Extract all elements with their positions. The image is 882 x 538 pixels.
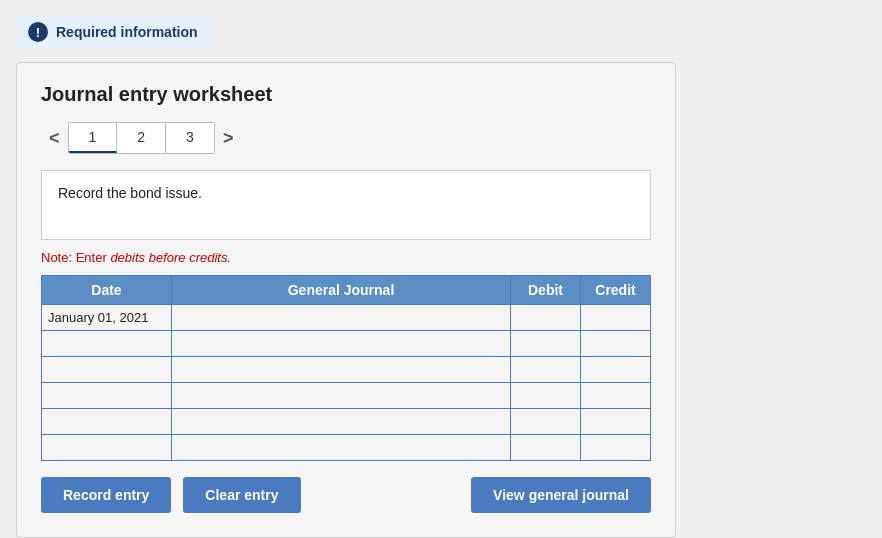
debit-cell-6[interactable] [511, 435, 581, 461]
gj-input-5[interactable] [172, 409, 510, 434]
gj-cell-5[interactable] [172, 409, 511, 435]
date-cell-2 [42, 331, 172, 357]
debit-cell-3[interactable] [511, 357, 581, 383]
journal-table: Date General Journal Debit Credit Januar… [41, 275, 651, 461]
required-info-banner: ! Required information [16, 16, 210, 48]
debit-input-6[interactable] [511, 435, 580, 460]
gj-cell-4[interactable] [172, 383, 511, 409]
date-cell-5 [42, 409, 172, 435]
debit-input-3[interactable] [511, 357, 580, 382]
gj-input-2[interactable] [172, 331, 510, 356]
credit-cell-2[interactable] [581, 331, 651, 357]
gj-cell-3[interactable] [172, 357, 511, 383]
table-row [42, 409, 651, 435]
gj-input-4[interactable] [172, 383, 510, 408]
buttons-row: Record entry Clear entry View general jo… [41, 477, 651, 513]
credit-input-6[interactable] [581, 435, 650, 460]
gj-input-3[interactable] [172, 357, 510, 382]
note-row: Note: Enter debits before credits. [41, 250, 651, 265]
table-row [42, 331, 651, 357]
credit-input-4[interactable] [581, 383, 650, 408]
debit-cell-5[interactable] [511, 409, 581, 435]
tabs-list: 1 2 3 [68, 122, 215, 154]
worksheet-title: Journal entry worksheet [41, 83, 651, 106]
date-cell-1: January 01, 2021 [42, 305, 172, 331]
credit-input-1[interactable] [581, 305, 650, 330]
date-cell-3 [42, 357, 172, 383]
view-general-journal-button[interactable]: View general journal [471, 477, 651, 513]
credit-cell-3[interactable] [581, 357, 651, 383]
col-header-date: Date [42, 276, 172, 305]
col-header-debit: Debit [511, 276, 581, 305]
col-header-gj: General Journal [172, 276, 511, 305]
credit-cell-4[interactable] [581, 383, 651, 409]
debit-input-5[interactable] [511, 409, 580, 434]
gj-input-1[interactable] [172, 305, 510, 330]
gj-cell-1[interactable] [172, 305, 511, 331]
debit-input-1[interactable] [511, 305, 580, 330]
gj-cell-6[interactable] [172, 435, 511, 461]
record-entry-button[interactable]: Record entry [41, 477, 171, 513]
tab-1[interactable]: 1 [69, 123, 118, 153]
debit-cell-1[interactable] [511, 305, 581, 331]
gj-cell-2[interactable] [172, 331, 511, 357]
debit-input-4[interactable] [511, 383, 580, 408]
info-icon: ! [28, 22, 48, 42]
credit-cell-1[interactable] [581, 305, 651, 331]
debit-cell-2[interactable] [511, 331, 581, 357]
table-row [42, 357, 651, 383]
instruction-text: Record the bond issue. [58, 185, 202, 201]
table-row: January 01, 2021 [42, 305, 651, 331]
note-highlight: debits before credits. [110, 250, 231, 265]
credit-cell-5[interactable] [581, 409, 651, 435]
table-row [42, 435, 651, 461]
tabs-row: < 1 2 3 > [41, 122, 651, 154]
clear-entry-button[interactable]: Clear entry [183, 477, 300, 513]
date-cell-4 [42, 383, 172, 409]
debit-input-2[interactable] [511, 331, 580, 356]
required-info-text: Required information [56, 24, 198, 40]
note-prefix: Note: Enter [41, 250, 110, 265]
table-row [42, 383, 651, 409]
worksheet-container: Journal entry worksheet < 1 2 3 > Record… [16, 62, 676, 538]
credit-input-2[interactable] [581, 331, 650, 356]
tab-3[interactable]: 3 [166, 123, 214, 153]
col-header-credit: Credit [581, 276, 651, 305]
credit-cell-6[interactable] [581, 435, 651, 461]
debit-cell-4[interactable] [511, 383, 581, 409]
instruction-box: Record the bond issue. [41, 170, 651, 240]
tab-2[interactable]: 2 [117, 123, 166, 153]
date-cell-6 [42, 435, 172, 461]
tab-next-button[interactable]: > [215, 124, 242, 153]
gj-input-6[interactable] [172, 435, 510, 460]
credit-input-3[interactable] [581, 357, 650, 382]
tab-prev-button[interactable]: < [41, 124, 68, 153]
credit-input-5[interactable] [581, 409, 650, 434]
